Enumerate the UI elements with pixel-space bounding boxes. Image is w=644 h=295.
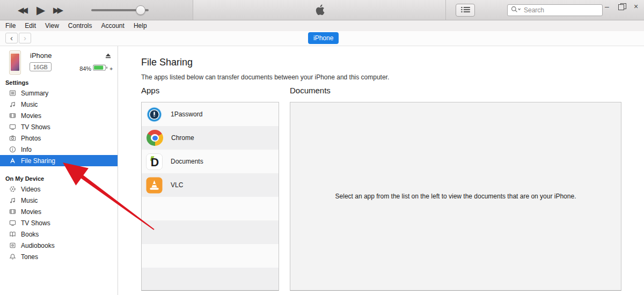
search-input[interactable] <box>524 6 599 14</box>
device-button-iphone[interactable]: iPhone <box>308 32 339 44</box>
toolbar-search-section: – × <box>447 0 644 20</box>
main-panel: File Sharing The apps listed below can t… <box>118 46 644 295</box>
app-row-empty <box>142 268 279 291</box>
charging-indicator: + <box>109 66 113 72</box>
page-title: File Sharing <box>141 57 193 68</box>
summary-icon <box>9 90 16 97</box>
sidebar-section-settings: SettingsSummaryMusicMoviesTV ShowsPhotos… <box>0 76 118 166</box>
app-name: Chrome <box>171 134 194 142</box>
sidebar-item-label: Photos <box>21 135 41 142</box>
volume-slider[interactable] <box>91 9 149 11</box>
back-button[interactable]: ‹ <box>5 33 18 43</box>
app-row-documents[interactable]: DDocuments <box>142 150 279 173</box>
sidebar-item-label: TV Shows <box>21 123 50 131</box>
sidebar-section-label: On My Device <box>0 172 118 183</box>
sidebar-sections: SettingsSummaryMusicMoviesTV ShowsPhotos… <box>0 76 118 262</box>
iphone-thumbnail <box>9 50 21 75</box>
app-row-vlc[interactable]: VLC <box>142 173 279 197</box>
volume-slider-knob[interactable] <box>136 5 145 15</box>
sidebar-item-label: Videos <box>21 186 40 193</box>
documents-heading: Documents <box>290 86 331 95</box>
app-row-empty <box>142 244 279 268</box>
app-row-empty <box>142 197 279 220</box>
sidebar-item-tv-shows[interactable]: TV Shows <box>0 121 118 132</box>
restore-icon <box>619 5 624 10</box>
info-icon <box>9 146 16 153</box>
device-name: iPhone <box>30 51 52 60</box>
menu-bar: FileEditViewControlsAccountHelp <box>0 20 644 31</box>
app-row-1password[interactable]: 1Password <box>142 102 279 126</box>
restore-button[interactable] <box>617 2 626 11</box>
onepassword-app-icon <box>146 106 163 123</box>
app-name: VLC <box>171 181 183 189</box>
books-icon <box>9 231 16 238</box>
svg-text:D: D <box>151 156 159 168</box>
menu-item-file[interactable]: File <box>5 22 16 30</box>
forward-button[interactable]: › <box>19 33 31 43</box>
search-icon <box>511 5 522 15</box>
list-view-icon <box>461 6 470 14</box>
sidebar-section-on-my-device: On My DeviceVideosMusicMoviesTV ShowsBoo… <box>0 172 118 262</box>
photos-icon <box>9 135 16 142</box>
toolbar-status-section <box>194 0 446 20</box>
sidebar-item-audiobooks[interactable]: Audiobooks <box>0 240 118 251</box>
device-header: iPhone 16GB 84% + <box>0 50 118 79</box>
toolbar: ◀◀ ▶ ▶▶ – <box>0 0 644 20</box>
rewind-button[interactable]: ◀◀ <box>18 0 26 20</box>
sidebar-item-tv-shows[interactable]: TV Shows <box>0 217 118 228</box>
menu-item-help[interactable]: Help <box>134 22 147 30</box>
sidebar-item-label: Info <box>21 146 32 153</box>
nav-bar: ‹ › iPhone <box>0 31 644 46</box>
sidebar-item-label: TV Shows <box>21 219 50 227</box>
capacity-badge: 16GB <box>30 62 52 71</box>
movies-icon <box>9 208 16 216</box>
search-box[interactable] <box>507 4 603 16</box>
sidebar-item-file-sharing[interactable]: File Sharing <box>0 155 118 166</box>
itunes-window: ◀◀ ▶ ▶▶ – <box>0 0 644 295</box>
sidebar-item-label: File Sharing <box>21 157 55 165</box>
app-row-chrome[interactable]: Chrome <box>142 126 279 150</box>
sidebar-item-info[interactable]: Info <box>0 144 118 155</box>
fast-forward-button[interactable]: ▶▶ <box>53 0 61 20</box>
battery-icon <box>93 64 108 73</box>
vlc-app-icon <box>146 177 163 194</box>
tones-icon <box>9 253 16 261</box>
sidebar-item-label: Audiobooks <box>21 242 55 249</box>
sidebar-item-music[interactable]: Music <box>0 99 118 110</box>
sidebar-item-tones[interactable]: Tones <box>0 251 118 262</box>
sidebar-item-books[interactable]: Books <box>0 228 118 240</box>
apps-heading: Apps <box>141 86 159 95</box>
music-icon <box>9 101 16 108</box>
menu-item-view[interactable]: View <box>45 22 59 30</box>
movies-icon <box>9 112 16 120</box>
file-sharing-icon <box>9 157 16 165</box>
close-button[interactable]: × <box>631 2 641 11</box>
sidebar-item-label: Music <box>21 101 38 108</box>
sidebar: iPhone 16GB 84% + SettingsSummaryMusicMo… <box>0 46 118 295</box>
menu-item-edit[interactable]: Edit <box>25 22 36 30</box>
sidebar-item-summary[interactable]: Summary <box>0 87 118 99</box>
audiobooks-icon <box>9 242 16 249</box>
sidebar-item-photos[interactable]: Photos <box>0 132 118 144</box>
app-row-empty <box>142 220 279 244</box>
iphone-thumbnail-screen <box>11 54 19 71</box>
play-button[interactable]: ▶ <box>36 0 45 20</box>
view-switcher-button[interactable] <box>456 4 475 17</box>
sidebar-item-label: Movies <box>21 112 41 120</box>
sidebar-item-movies[interactable]: Movies <box>0 110 118 121</box>
history-buttons: ‹ › <box>5 33 31 43</box>
app-name: 1Password <box>171 110 202 118</box>
sidebar-item-music[interactable]: Music <box>0 195 118 206</box>
sidebar-item-label: Books <box>21 231 39 238</box>
sidebar-item-videos[interactable]: Videos <box>0 183 118 195</box>
music-icon <box>9 197 16 204</box>
minimize-button[interactable]: – <box>602 2 612 11</box>
eject-icon[interactable] <box>105 51 112 61</box>
battery-status: 84% + <box>79 64 113 73</box>
menu-item-controls[interactable]: Controls <box>68 22 92 30</box>
sidebar-item-movies[interactable]: Movies <box>0 206 118 217</box>
menu-item-account[interactable]: Account <box>101 22 125 30</box>
documents-panel: Select an app from the list on the left … <box>290 102 621 291</box>
sidebar-item-label: Movies <box>21 208 41 216</box>
videos-icon <box>9 186 16 193</box>
